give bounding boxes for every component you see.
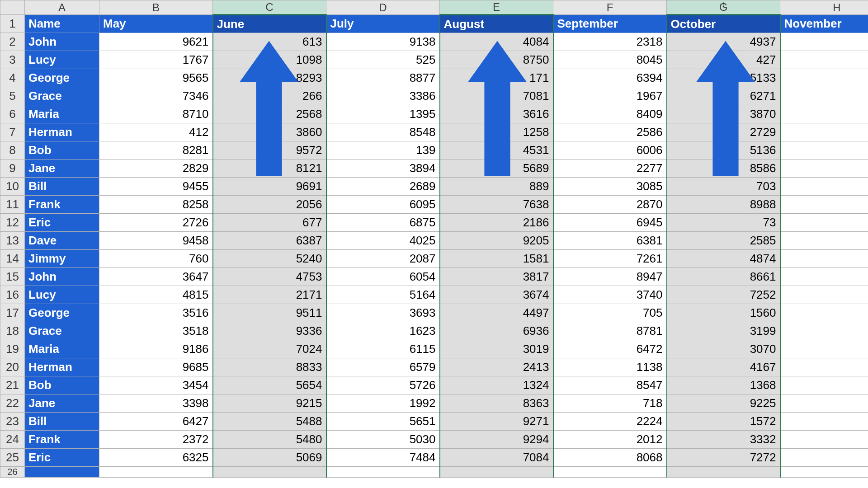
cell[interactable] bbox=[780, 105, 868, 123]
cell[interactable] bbox=[780, 250, 868, 268]
cell[interactable] bbox=[326, 467, 440, 478]
cell[interactable]: 3518 bbox=[99, 322, 213, 340]
cell[interactable]: 9572 bbox=[213, 141, 326, 160]
col-header-F[interactable]: F bbox=[553, 0, 667, 15]
row-header[interactable]: 7 bbox=[0, 123, 25, 141]
cell-F1[interactable]: September bbox=[553, 15, 667, 33]
cell[interactable]: 2413 bbox=[440, 358, 553, 376]
cell[interactable]: 3398 bbox=[99, 394, 213, 413]
cell[interactable] bbox=[780, 123, 868, 141]
row-header[interactable]: 6 bbox=[0, 105, 25, 123]
cell[interactable]: 4874 bbox=[667, 250, 780, 268]
cell[interactable]: 1967 bbox=[553, 87, 667, 105]
cell[interactable]: 5133 bbox=[667, 69, 780, 87]
cell[interactable]: 5689 bbox=[440, 160, 553, 178]
cell[interactable]: 8661 bbox=[667, 268, 780, 286]
cell[interactable]: 6381 bbox=[553, 232, 667, 250]
cell[interactable] bbox=[780, 33, 868, 51]
cell[interactable]: 6095 bbox=[326, 196, 440, 214]
row-header[interactable]: 21 bbox=[0, 376, 25, 394]
cell-name[interactable]: Eric bbox=[25, 214, 99, 232]
cell[interactable]: 3019 bbox=[440, 340, 553, 358]
cell[interactable]: 5654 bbox=[213, 376, 326, 394]
cell[interactable] bbox=[780, 232, 868, 250]
cell[interactable]: 3740 bbox=[553, 286, 667, 304]
cell[interactable]: 4753 bbox=[213, 268, 326, 286]
cell[interactable]: 6936 bbox=[440, 322, 553, 340]
cell[interactable]: 6271 bbox=[667, 87, 780, 105]
cell[interactable]: 8258 bbox=[99, 196, 213, 214]
cell[interactable]: 1767 bbox=[99, 51, 213, 69]
cell[interactable]: 3616 bbox=[440, 105, 553, 123]
cell-name[interactable]: Lucy bbox=[25, 286, 99, 304]
cell-name[interactable]: Maria bbox=[25, 340, 99, 358]
row-header[interactable]: 11 bbox=[0, 196, 25, 214]
cell[interactable]: 5240 bbox=[213, 250, 326, 268]
col-header-D[interactable]: D bbox=[326, 0, 440, 15]
row-header[interactable]: 10 bbox=[0, 178, 25, 196]
cell[interactable]: 171 bbox=[440, 69, 553, 87]
cell[interactable]: 9455 bbox=[99, 178, 213, 196]
cell[interactable]: 9215 bbox=[213, 394, 326, 413]
cell[interactable]: 266 bbox=[213, 87, 326, 105]
cell[interactable]: 1581 bbox=[440, 250, 553, 268]
cell[interactable] bbox=[780, 376, 868, 394]
cell-A1[interactable]: Name bbox=[25, 15, 99, 33]
cell[interactable]: 6054 bbox=[326, 268, 440, 286]
cell[interactable]: 5480 bbox=[213, 431, 326, 449]
cell[interactable]: 889 bbox=[440, 178, 553, 196]
cell[interactable] bbox=[780, 214, 868, 232]
cell[interactable]: 3870 bbox=[667, 105, 780, 123]
cell[interactable]: 4531 bbox=[440, 141, 553, 160]
cell[interactable]: 9621 bbox=[99, 33, 213, 51]
cell[interactable]: 1560 bbox=[667, 304, 780, 322]
cell[interactable]: 718 bbox=[553, 394, 667, 413]
cell[interactable]: 8877 bbox=[326, 69, 440, 87]
cell[interactable]: 2171 bbox=[213, 286, 326, 304]
cell[interactable]: 4815 bbox=[99, 286, 213, 304]
cell[interactable] bbox=[440, 467, 553, 478]
cell[interactable]: 5069 bbox=[213, 449, 326, 467]
cell[interactable]: 525 bbox=[326, 51, 440, 69]
cell[interactable]: 2012 bbox=[553, 431, 667, 449]
cell[interactable]: 1138 bbox=[553, 358, 667, 376]
cell[interactable]: 2224 bbox=[553, 413, 667, 431]
cell[interactable]: 9336 bbox=[213, 322, 326, 340]
cell[interactable]: 3516 bbox=[99, 304, 213, 322]
cell[interactable]: 7081 bbox=[440, 87, 553, 105]
row-header[interactable]: 3 bbox=[0, 51, 25, 69]
cell[interactable]: 2689 bbox=[326, 178, 440, 196]
col-header-E[interactable]: E bbox=[440, 0, 553, 15]
cell-H1[interactable]: November bbox=[780, 15, 868, 33]
cell[interactable]: 8781 bbox=[553, 322, 667, 340]
cell[interactable]: 703 bbox=[667, 178, 780, 196]
cell[interactable]: 4497 bbox=[440, 304, 553, 322]
cell[interactable]: 8947 bbox=[553, 268, 667, 286]
cell[interactable]: 9205 bbox=[440, 232, 553, 250]
row-header[interactable]: 13 bbox=[0, 232, 25, 250]
cell[interactable]: 3894 bbox=[326, 160, 440, 178]
cell[interactable]: 9691 bbox=[213, 178, 326, 196]
cell[interactable]: 6394 bbox=[553, 69, 667, 87]
cell[interactable]: 6579 bbox=[326, 358, 440, 376]
cell-name[interactable]: Frank bbox=[25, 196, 99, 214]
cell[interactable]: 6325 bbox=[99, 449, 213, 467]
cell[interactable]: 1258 bbox=[440, 123, 553, 141]
cell[interactable]: 1623 bbox=[326, 322, 440, 340]
cell-name[interactable]: Dave bbox=[25, 232, 99, 250]
row-header[interactable]: 16 bbox=[0, 286, 25, 304]
cell[interactable]: 1098 bbox=[213, 51, 326, 69]
row-header[interactable]: 25 bbox=[0, 449, 25, 467]
row-header[interactable]: 2 bbox=[0, 33, 25, 51]
cell[interactable]: 5136 bbox=[667, 141, 780, 160]
cell[interactable]: 2726 bbox=[99, 214, 213, 232]
row-header[interactable]: 18 bbox=[0, 322, 25, 340]
cell[interactable]: 9186 bbox=[99, 340, 213, 358]
cell-name[interactable]: Frank bbox=[25, 431, 99, 449]
cell[interactable]: 7252 bbox=[667, 286, 780, 304]
cell[interactable] bbox=[780, 449, 868, 467]
cell[interactable]: 3693 bbox=[326, 304, 440, 322]
cell[interactable]: 7084 bbox=[440, 449, 553, 467]
row-header[interactable]: 8 bbox=[0, 141, 25, 160]
grid-table[interactable]: A B C D E F ↓ G H 1 Name May June July A… bbox=[0, 0, 868, 478]
